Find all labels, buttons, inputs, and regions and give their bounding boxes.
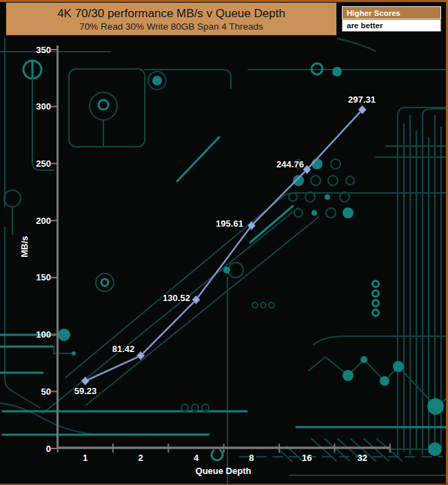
data-point-label: 195.61 (216, 218, 243, 229)
are-better-badge: are better (342, 19, 441, 32)
x-tick-label: 1 (83, 453, 88, 463)
circuit-hatch (276, 439, 402, 462)
y-tick-label: 150 (36, 272, 51, 282)
data-point-label: 244.76 (276, 159, 304, 169)
x-axis-labels: 1 2 4 8 16 32 (83, 453, 367, 463)
y-tick-label: 100 (36, 329, 51, 340)
chart-screenshot: 0 50 100 150 200 250 300 350 1 2 4 8 16 … (0, 0, 448, 485)
data-point-marker (81, 377, 89, 385)
circuit-zigzag (309, 356, 448, 415)
x-tick-label: 2 (138, 453, 143, 463)
are-better-text: are better (347, 21, 383, 30)
y-tick-label: 50 (41, 386, 51, 397)
x-axis-title: Queue Depth (196, 466, 252, 476)
chart-header: 4K 70/30 performance MB/s v Queue Depth … (6, 2, 337, 36)
chart-canvas: 0 50 100 150 200 250 300 350 1 2 4 8 16 … (0, 0, 448, 485)
x-tick-label: 16 (302, 453, 312, 463)
data-point-label: 59.23 (74, 386, 97, 396)
chart-subtitle: 70% Read 30% Write 80GB Span 4 Threads (79, 21, 263, 32)
x-tick-label: 8 (249, 453, 254, 463)
data-point-label: 130.52 (163, 293, 190, 303)
y-tick-label: 250 (36, 158, 51, 169)
x-tick-label: 32 (357, 453, 367, 463)
y-tick-label: 0 (46, 444, 51, 454)
y-axis-ticks (51, 50, 57, 448)
data-point-label: 297.31 (348, 94, 376, 105)
data-point-label: 81.42 (112, 344, 135, 354)
chart-title: 4K 70/30 performance MB/s v Queue Depth (57, 6, 285, 21)
higher-scores-text: Higher Scores (347, 9, 400, 17)
y-axis-labels: 0 50 100 150 200 250 300 350 (36, 45, 51, 454)
y-tick-label: 200 (36, 216, 51, 226)
y-tick-label: 300 (36, 101, 51, 112)
y-tick-label: 350 (36, 45, 51, 55)
higher-scores-badge: Higher Scores (342, 6, 441, 19)
y-axis-title: MB/s (19, 236, 30, 257)
x-tick-label: 4 (194, 453, 199, 463)
